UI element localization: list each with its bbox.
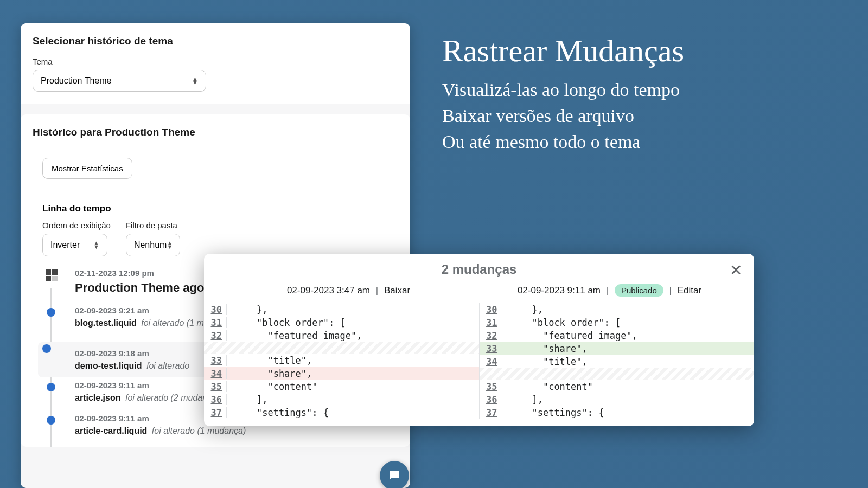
diff-line: 33 "title",	[204, 354, 479, 367]
select-arrows-icon	[167, 241, 173, 248]
select-arrows-icon	[93, 241, 99, 248]
timeline-status: foi alterado (1 mud	[139, 318, 214, 328]
select-arrows-icon	[192, 77, 198, 84]
chat-icon	[387, 468, 401, 483]
code-text: "featured_image",	[502, 330, 637, 341]
diff-left-date: 02-09-2023 3:47 am	[287, 285, 370, 296]
line-number[interactable]: 36	[480, 394, 502, 405]
diff-line: 34 "title",	[480, 355, 755, 368]
line-number[interactable]: 30	[204, 304, 227, 315]
diff-line: 30 },	[204, 303, 479, 316]
diff-line: 30 },	[480, 303, 755, 316]
diff-line: 32 "featured_image",	[204, 329, 479, 342]
order-label: Ordem de exibição	[42, 221, 111, 230]
diff-line: 34 "share",	[204, 367, 479, 380]
diff-line: 37 "settings": {	[480, 406, 755, 419]
diff-line: 33 "share",	[480, 342, 755, 355]
theme-select[interactable]: Production Theme	[33, 70, 206, 92]
marketing-line: Baixar versões de arquivo	[442, 106, 684, 126]
diff-left-header: 02-09-2023 3:47 am | Baixar	[218, 285, 479, 296]
close-button[interactable]: ✕	[730, 261, 742, 279]
code-text: "title",	[227, 355, 312, 366]
order-select[interactable]: Inverter	[42, 234, 107, 256]
timeline-file: article.json	[75, 393, 120, 402]
line-number[interactable]: 34	[204, 368, 227, 379]
history-heading: Histórico para Production Theme	[33, 126, 398, 138]
timeline-dot-icon	[47, 383, 55, 391]
timeline-file: article-card.liquid	[75, 426, 147, 435]
timeline-heading: Linha do tempo	[42, 203, 398, 214]
diff-right-date: 02-09-2023 9:11 am	[518, 285, 601, 296]
timeline-file: blog.test.liquid	[75, 318, 137, 328]
snapshot-icon	[46, 269, 58, 281]
divider	[33, 191, 398, 191]
timeline-dot-icon	[42, 344, 51, 353]
order-value: Inverter	[50, 240, 80, 250]
download-link[interactable]: Baixar	[384, 285, 410, 296]
timeline-status: foi alterado (2 mudança	[123, 393, 216, 402]
diff-line: 37 "settings": {	[204, 406, 479, 419]
theme-label: Tema	[33, 57, 398, 66]
line-number[interactable]: 31	[480, 317, 502, 328]
diff-right-header: 02-09-2023 9:11 am | Publicado | Editar	[479, 285, 740, 296]
chat-button[interactable]	[380, 461, 409, 488]
show-stats-button[interactable]: Mostrar Estatísticas	[42, 158, 132, 179]
line-number[interactable]: 32	[480, 330, 502, 341]
line-number[interactable]: 34	[480, 356, 502, 367]
code-text: "share",	[502, 343, 588, 354]
diff-right-pane: 30 },31 "block_order": [32 "featured_ima…	[479, 303, 755, 419]
timeline-file: demo-test.liquid	[75, 361, 142, 370]
code-text: ],	[227, 394, 267, 405]
code-text: "settings": {	[227, 407, 329, 418]
line-number[interactable]: 35	[480, 381, 502, 392]
marketing-line: Visualizá-las ao longo do tempo	[442, 80, 684, 100]
line-number[interactable]: 37	[480, 407, 502, 418]
published-badge: Publicado	[615, 284, 663, 297]
selector-heading: Selecionar histórico de tema	[33, 35, 398, 47]
filter-select[interactable]: Nenhum	[126, 234, 180, 256]
line-number[interactable]: 33	[204, 355, 227, 366]
line-number[interactable]: 35	[204, 381, 227, 392]
marketing-title: Rastrear Mudanças	[442, 33, 684, 69]
filter-label: Filtro de pasta	[126, 221, 180, 230]
code-text: "block_order": [	[227, 317, 346, 328]
diff-gap	[204, 342, 479, 354]
line-number[interactable]: 37	[204, 407, 227, 418]
timeline-status: foi alterado	[144, 361, 190, 370]
theme-select-value: Production Theme	[41, 76, 111, 86]
code-text: "share",	[227, 368, 312, 379]
code-text: ],	[502, 394, 543, 405]
line-number[interactable]: 31	[204, 317, 227, 328]
line-number[interactable]: 33	[480, 343, 502, 354]
diff-line: 35 "content"	[204, 380, 479, 393]
code-text: "content"	[227, 381, 318, 392]
edit-link[interactable]: Editar	[678, 285, 701, 296]
code-text: "block_order": [	[502, 317, 621, 328]
timeline-dot-icon	[47, 416, 55, 425]
line-number[interactable]: 32	[204, 330, 227, 341]
code-text: "featured_image",	[227, 330, 362, 341]
diff-title: 2 mudanças	[442, 262, 517, 277]
marketing-copy: Rastrear Mudanças Visualizá-las ao longo…	[442, 33, 684, 158]
diff-modal: 2 mudanças ✕ 02-09-2023 3:47 am | Baixar…	[204, 254, 754, 426]
diff-line: 31 "block_order": [	[204, 316, 479, 329]
diff-line: 35 "content"	[480, 380, 755, 393]
timeline-status: foi alterado (1 mudança)	[149, 426, 246, 435]
diff-left-pane: 30 },31 "block_order": [32 "featured_ima…	[204, 303, 479, 419]
diff-gap	[480, 368, 755, 380]
filter-value: Nenhum	[134, 240, 167, 250]
code-text: "content"	[502, 381, 593, 392]
diff-line: 31 "block_order": [	[480, 316, 755, 329]
line-number[interactable]: 36	[204, 394, 227, 405]
theme-selector-card: Selecionar histórico de tema Tema Produc…	[21, 23, 410, 104]
code-text: "settings": {	[502, 407, 604, 418]
code-text: "title",	[502, 356, 588, 367]
diff-line: 32 "featured_image",	[480, 329, 755, 342]
code-text: },	[502, 304, 543, 315]
marketing-line: Ou até mesmo todo o tema	[442, 132, 684, 152]
timeline-dot-icon	[47, 308, 55, 317]
line-number[interactable]: 30	[480, 304, 502, 315]
diff-line: 36 ],	[480, 393, 755, 406]
code-text: },	[227, 304, 267, 315]
diff-body: 30 },31 "block_order": [32 "featured_ima…	[204, 303, 754, 419]
